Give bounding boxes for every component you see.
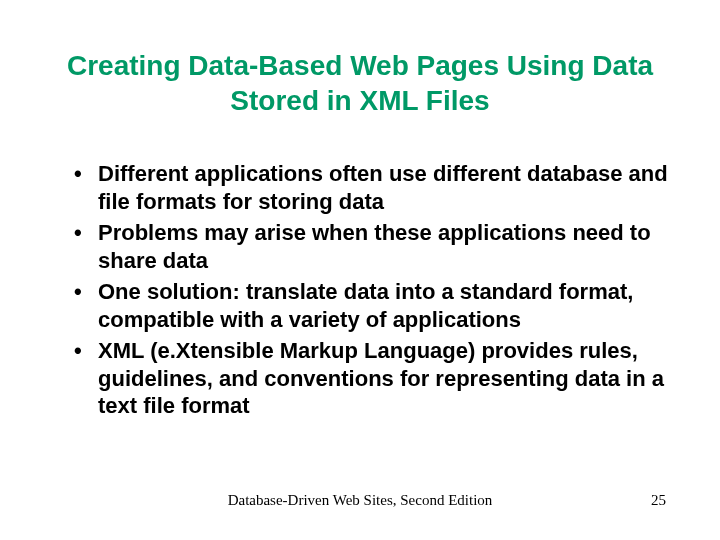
list-item: One solution: translate data into a stan… — [70, 278, 670, 333]
slide-title: Creating Data-Based Web Pages Using Data… — [54, 48, 666, 118]
slide: Creating Data-Based Web Pages Using Data… — [0, 0, 720, 540]
list-item: XML (e.Xtensible Markup Language) provid… — [70, 337, 670, 420]
list-item: Problems may arise when these applicatio… — [70, 219, 670, 274]
footer-page-number: 25 — [651, 492, 666, 509]
footer-source: Database-Driven Web Sites, Second Editio… — [0, 492, 720, 509]
slide-body: Different applications often use differe… — [70, 160, 670, 424]
bullet-list: Different applications often use differe… — [70, 160, 670, 420]
slide-footer: Database-Driven Web Sites, Second Editio… — [0, 492, 720, 512]
list-item: Different applications often use differe… — [70, 160, 670, 215]
